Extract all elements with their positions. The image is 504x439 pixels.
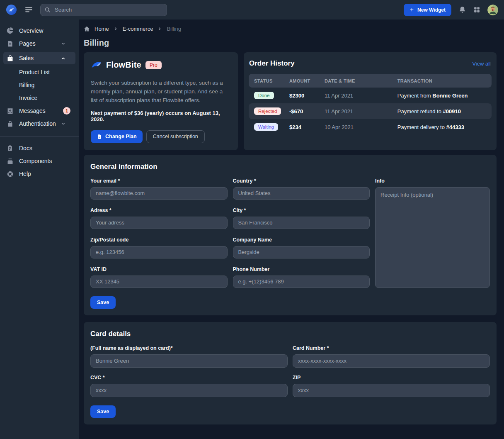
sidebar-item-label: Components <box>19 158 52 164</box>
order-row: Waiting$23410 Apr 2021Payment delivery t… <box>249 119 492 135</box>
sidebar-item-overview[interactable]: Overview <box>3 24 75 37</box>
column-header-transaction: TRANSACTION <box>392 78 492 83</box>
vat-id-input[interactable] <box>90 276 228 288</box>
transaction-text: Payment refund to <box>397 108 443 115</box>
search-input[interactable] <box>40 4 167 16</box>
zip-postal-code-input[interactable] <box>90 246 228 259</box>
sidebar-item-components[interactable]: Components <box>3 155 75 167</box>
column-header-amount: AMOUNT <box>284 78 319 83</box>
order-amount: -$670 <box>284 108 319 115</box>
city-input[interactable] <box>233 217 370 229</box>
zip-input[interactable] <box>293 384 490 397</box>
sidebar-item-help[interactable]: Help <box>3 168 75 180</box>
pie-chart-icon <box>6 27 14 34</box>
transaction-ref: #44333 <box>446 124 464 130</box>
order-date: 11 Apr 2021 <box>319 93 392 99</box>
full-name-as-displayed-on-card-input[interactable] <box>90 354 288 368</box>
unread-count-badge: 1 <box>63 107 70 115</box>
breadcrumb-home[interactable]: Home <box>94 26 109 32</box>
status-badge: Rejected <box>254 107 281 115</box>
sidebar-item-messages[interactable]: Messages1 <box>3 105 75 117</box>
sidebar: OverviewPagesSalesProduct ListBillingInv… <box>0 20 79 439</box>
document-icon <box>6 40 14 47</box>
change-plan-button[interactable]: Change Plan <box>91 130 143 143</box>
company-name-input[interactable] <box>233 246 370 259</box>
cvc-field: CVC * <box>90 375 288 397</box>
city-field: City * <box>233 207 370 229</box>
menu-toggle-button[interactable] <box>24 5 33 15</box>
sidebar-item-docs[interactable]: Docs <box>3 142 75 154</box>
sidebar-item-product-list[interactable]: Product List <box>3 66 75 78</box>
your-email-input[interactable] <box>90 187 228 200</box>
zip-field: ZIP <box>293 375 490 397</box>
field-label: Phone Number <box>233 266 370 272</box>
column-header-date: DATE & TIME <box>319 78 392 83</box>
sidebar-item-invoice[interactable]: Invoice <box>3 92 75 104</box>
search-box <box>40 4 167 16</box>
sidebar-item-pages[interactable]: Pages <box>3 37 75 50</box>
general-save-button[interactable]: Save <box>90 296 116 309</box>
sidebar-item-label: Messages <box>19 107 46 114</box>
new-widget-button[interactable]: New Widget <box>404 4 451 16</box>
sidebar-nav: OverviewPagesSalesProduct ListBillingInv… <box>3 24 75 130</box>
change-plan-label: Change Plan <box>105 134 137 139</box>
country-input[interactable] <box>233 187 370 200</box>
general-information-card: General information Your email *Country … <box>84 155 497 315</box>
user-avatar[interactable] <box>487 5 498 15</box>
breadcrumb-ecommerce[interactable]: E-commerce <box>123 26 153 32</box>
sidebar-item-label: Overview <box>19 27 43 34</box>
company-name-field: Company Name <box>233 237 370 259</box>
field-label: Card Number * <box>293 345 490 351</box>
order-transaction: Payment refund to #00910 <box>392 108 492 115</box>
phone-number-input[interactable] <box>233 276 370 288</box>
sidebar-item-sales[interactable]: Sales <box>3 52 75 64</box>
status-badge: Done <box>254 92 274 99</box>
order-date: 10 Apr 2021 <box>319 124 392 130</box>
field-label: CVC * <box>90 375 288 380</box>
card-number-input[interactable] <box>293 354 490 368</box>
adress-input[interactable] <box>90 217 228 229</box>
cancel-subscription-button[interactable]: Cancel subscription <box>146 130 205 143</box>
card-save-button[interactable]: Save <box>90 405 116 418</box>
sidebar-item-authentication[interactable]: Authentication <box>3 117 75 130</box>
adress-field: Adress * <box>90 207 228 229</box>
clipboard-icon <box>6 145 14 151</box>
plus-icon <box>410 7 414 12</box>
sidebar-footer-nav: DocsComponentsHelp <box>3 142 75 180</box>
home-icon <box>84 26 90 32</box>
info-field: Info <box>375 178 490 288</box>
receipt-info-textarea[interactable] <box>375 187 490 288</box>
field-label: ZIP <box>293 375 490 380</box>
chevron-right-icon <box>158 27 162 31</box>
notifications-bell-icon[interactable] <box>458 6 466 14</box>
subscription-card: FlowBite Pro Switch your subscription to… <box>84 52 238 150</box>
zip-postal-code-field: Zip/Postal code <box>90 237 228 259</box>
info-label: Info <box>375 178 490 184</box>
next-payment-text: Next payment of $36 (yearly) occurs on A… <box>91 110 231 122</box>
your-email-field: Your email * <box>90 178 228 200</box>
vat-id-field: VAT ID <box>90 266 228 288</box>
field-label: Company Name <box>233 237 370 243</box>
app-logo-icon[interactable] <box>6 4 17 15</box>
brand-name: FlowBite <box>106 60 141 70</box>
card-number-field: Card Number * <box>293 345 490 368</box>
chevron-down-icon <box>59 41 67 46</box>
field-label: Your email * <box>90 178 228 184</box>
sidebar-item-billing[interactable]: Billing <box>3 79 75 91</box>
card-details-card: Card details (Full name as displayed on … <box>84 322 497 424</box>
status-badge: Waiting <box>254 123 278 131</box>
inbox-icon <box>6 107 14 115</box>
lifebuoy-icon <box>6 171 14 178</box>
cvc-input[interactable] <box>90 384 288 397</box>
sidebar-item-label: Sales <box>19 55 34 61</box>
order-table-header: STATUS AMOUNT DATE & TIME TRANSACTION <box>249 74 492 88</box>
transaction-text: Payment delivery to <box>397 124 446 130</box>
transaction-ref: Bonnie Green <box>432 93 468 99</box>
view-all-link[interactable]: View all <box>472 61 491 67</box>
apps-grid-icon[interactable] <box>473 6 480 13</box>
field-label: Country * <box>233 178 370 184</box>
sidebar-item-label: Billing <box>19 82 34 88</box>
transaction-ref: #00910 <box>443 108 461 115</box>
sidebar-item-label: Help <box>19 171 31 177</box>
sidebar-divider <box>0 136 79 137</box>
